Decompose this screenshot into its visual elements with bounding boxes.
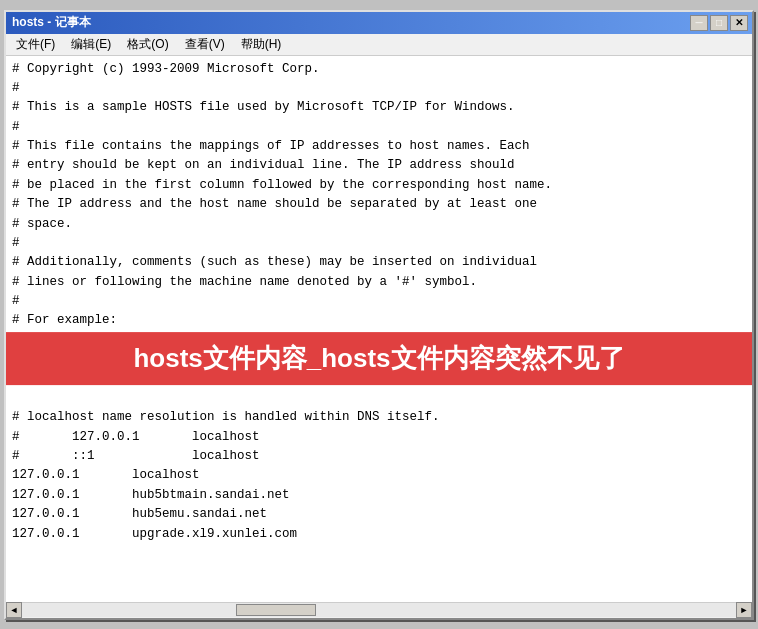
menu-bar: 文件(F) 编辑(E) 格式(O) 查看(V) 帮助(H) (6, 34, 752, 56)
scroll-left-button[interactable]: ◄ (6, 602, 22, 618)
window-controls: ─ □ ✕ (690, 15, 748, 31)
scroll-thumb[interactable] (236, 604, 316, 616)
overlay-banner: hosts文件内容_hosts文件内容突然不见了 (6, 332, 752, 386)
scroll-track[interactable] (22, 603, 736, 617)
scroll-right-button[interactable]: ► (736, 602, 752, 618)
text-editor[interactable]: # Copyright (c) 1993-2009 Microsoft Corp… (6, 56, 752, 602)
menu-file[interactable]: 文件(F) (8, 34, 63, 55)
menu-format[interactable]: 格式(O) (119, 34, 176, 55)
menu-help[interactable]: 帮助(H) (233, 34, 290, 55)
horizontal-scrollbar[interactable]: ◄ ► (6, 602, 752, 618)
close-button[interactable]: ✕ (730, 15, 748, 31)
menu-edit[interactable]: 编辑(E) (63, 34, 119, 55)
maximize-button[interactable]: □ (710, 15, 728, 31)
menu-view[interactable]: 查看(V) (177, 34, 233, 55)
notepad-window: hosts - 记事本 ─ □ ✕ 文件(F) 编辑(E) 格式(O) 查看(V… (4, 10, 754, 620)
content-area: # Copyright (c) 1993-2009 Microsoft Corp… (6, 56, 752, 602)
minimize-button[interactable]: ─ (690, 15, 708, 31)
window-title: hosts - 记事本 (10, 14, 91, 31)
title-bar: hosts - 记事本 ─ □ ✕ (6, 12, 752, 34)
